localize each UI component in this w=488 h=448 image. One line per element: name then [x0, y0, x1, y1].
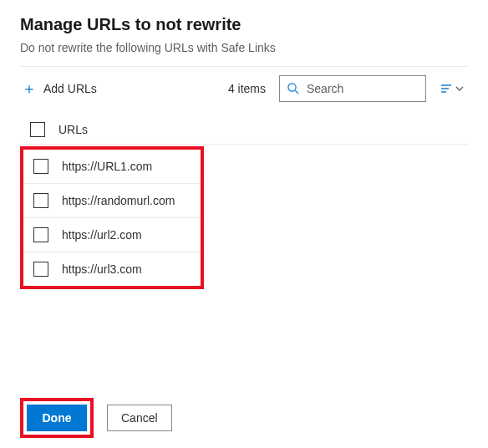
- svg-point-0: [288, 84, 296, 91]
- row-checkbox[interactable]: [33, 193, 48, 208]
- url-cell: https://url3.com: [62, 262, 142, 276]
- search-icon: [287, 82, 300, 95]
- url-cell: https://URL1.com: [62, 160, 152, 173]
- list-icon: [440, 82, 453, 95]
- chevron-down-icon: [455, 84, 465, 94]
- svg-line-1: [295, 90, 298, 94]
- table-row[interactable]: https://URL1.com: [23, 150, 201, 184]
- search-box[interactable]: [279, 75, 426, 102]
- add-urls-button[interactable]: ＋ Add URLs: [20, 78, 99, 99]
- column-header-urls: URLs: [58, 123, 88, 136]
- row-checkbox[interactable]: [33, 262, 48, 277]
- add-urls-label: Add URLs: [43, 82, 97, 95]
- plus-icon: ＋: [22, 81, 37, 96]
- page-title: Manage URLs to not rewrite: [20, 15, 468, 34]
- sort-menu-button[interactable]: [436, 79, 468, 99]
- search-input[interactable]: [307, 82, 419, 95]
- done-button[interactable]: Done: [27, 405, 87, 431]
- url-table: URLs https://URL1.com https://randomurl.…: [20, 115, 468, 289]
- url-cell: https://url2.com: [62, 228, 142, 242]
- table-row[interactable]: https://url2.com: [23, 218, 201, 252]
- done-highlight: Done: [20, 398, 94, 438]
- toolbar: ＋ Add URLs 4 items: [20, 72, 468, 112]
- table-header-row: URLs: [20, 115, 468, 145]
- row-checkbox[interactable]: [33, 227, 48, 242]
- highlighted-rows: https://URL1.com https://randomurl.com h…: [20, 146, 204, 289]
- page-subtitle: Do not rewrite the following URLs with S…: [20, 41, 468, 54]
- table-row[interactable]: https://url3.com: [23, 252, 201, 286]
- table-row[interactable]: https://randomurl.com: [23, 184, 201, 218]
- url-cell: https://randomurl.com: [62, 194, 175, 207]
- cancel-button[interactable]: Cancel: [107, 405, 172, 431]
- select-all-checkbox[interactable]: [30, 122, 45, 137]
- footer: Done Cancel: [20, 398, 468, 438]
- item-count: 4 items: [228, 82, 266, 95]
- row-checkbox[interactable]: [33, 159, 48, 174]
- divider: [20, 66, 468, 67]
